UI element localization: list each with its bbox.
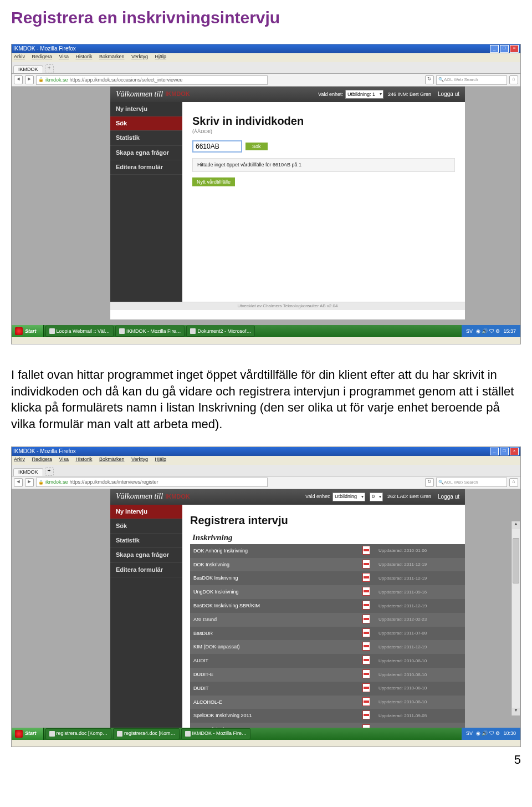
form-name[interactable]: KIM (DOK-anpassat) — [190, 640, 357, 654]
tab-ikmdok[interactable]: IKMDOK — [13, 468, 43, 476]
minimize-button[interactable]: _ — [490, 45, 499, 53]
sidebar-item-editera[interactable]: Editera formulär — [110, 160, 182, 175]
menubar[interactable]: Arkiv Redigera Visa Historik Bokmärken V… — [12, 456, 520, 465]
menu-arkiv[interactable]: Arkiv — [14, 54, 25, 59]
logout-link[interactable]: Logga ut — [438, 91, 459, 98]
form-row[interactable]: ASI GrundUppdaterad: 2012-02-23 — [190, 613, 465, 627]
scroll-down-icon[interactable]: ▼ — [512, 708, 520, 715]
menu-historik[interactable]: Historik — [75, 54, 92, 59]
scroll-up-icon[interactable]: ▲ — [512, 521, 520, 529]
taskbar-item[interactable]: registrera.doc [Komp… — [45, 728, 112, 739]
sidebar-item-ny-intervju[interactable]: Ny intervju — [110, 102, 182, 116]
pdf-icon[interactable] — [357, 558, 375, 572]
menu-historik[interactable]: Historik — [75, 456, 92, 462]
pdf-icon[interactable] — [357, 627, 375, 641]
maximize-button[interactable]: □ — [500, 45, 509, 53]
form-name[interactable]: DUDIT-E — [190, 668, 357, 682]
new-tab-button[interactable]: + — [45, 64, 54, 73]
menu-redigera[interactable]: Redigera — [32, 456, 53, 462]
taskbar-item[interactable]: Loopia Webmail :: Väl… — [45, 326, 114, 337]
reload-button[interactable]: ↻ — [425, 478, 434, 487]
new-tab-button[interactable]: + — [45, 467, 54, 476]
menu-hjalp[interactable]: Hjälp — [155, 456, 167, 462]
menu-redigera[interactable]: Redigera — [32, 54, 53, 59]
form-name[interactable]: DOK Inskrivning 2011 — [190, 723, 357, 728]
menu-bokmarken[interactable]: Bokmärken — [99, 54, 125, 59]
form-row[interactable]: BasDOK InskrivningUppdaterad: 2011-12-19 — [190, 571, 465, 585]
unit-select-b[interactable]: 0 — [370, 493, 383, 501]
form-name[interactable]: UngDOK Inskrivning — [190, 585, 357, 599]
form-name[interactable]: AUDIT — [190, 654, 357, 668]
pdf-icon[interactable] — [357, 668, 375, 682]
individkod-input[interactable] — [192, 140, 242, 153]
tab-ikmdok[interactable]: IKMDOK — [13, 65, 43, 73]
pdf-icon[interactable] — [357, 571, 375, 585]
pdf-icon[interactable] — [357, 544, 375, 558]
form-row[interactable]: DUDITUppdaterad: 2010-08-10 — [190, 682, 465, 696]
start-button[interactable]: Start — [12, 325, 44, 337]
sidebar-item-ny-intervju[interactable]: Ny intervju — [110, 505, 182, 519]
menu-hjalp[interactable]: Hjälp — [155, 54, 167, 59]
form-name[interactable]: SpelDOK Inskrivning 2011 — [190, 709, 357, 723]
form-row[interactable]: DOK Anhörig InskrivningUppdaterad: 2010-… — [190, 544, 465, 558]
pdf-icon[interactable] — [357, 709, 375, 723]
form-row[interactable]: BasDURUppdaterad: 2011-07-08 — [190, 627, 465, 641]
scroll-thumb[interactable] — [513, 538, 519, 583]
sidebar-item-skapa-fragor[interactable]: Skapa egna frågor — [110, 548, 182, 562]
home-button[interactable]: ⌂ — [509, 75, 518, 84]
maximize-button[interactable]: □ — [500, 448, 509, 455]
menu-visa[interactable]: Visa — [59, 456, 69, 462]
form-name[interactable]: DUDIT — [190, 682, 357, 696]
taskbar-item[interactable]: Dokument2 - Microsof… — [186, 326, 255, 337]
form-row[interactable]: KIM (DOK-anpassat)Uppdaterad: 2011-12-19 — [190, 640, 465, 654]
taskbar-item[interactable]: IKMDOK - Mozilla Fire… — [115, 326, 185, 337]
sidebar-item-statistik[interactable]: Statistik — [110, 534, 182, 548]
reload-button[interactable]: ↻ — [425, 75, 434, 84]
back-button[interactable]: ◄ — [14, 478, 23, 487]
form-name[interactable]: BasDOK Inskrivning SBR/KIM — [190, 599, 357, 613]
taskbar-item[interactable]: registrera4.doc [Kom… — [113, 728, 180, 739]
forward-button[interactable]: ► — [25, 478, 34, 487]
scrollbar[interactable]: ▲ ▼ — [511, 521, 520, 715]
logout-link[interactable]: Logga ut — [438, 494, 459, 500]
pdf-icon[interactable] — [357, 723, 375, 728]
sidebar-item-skapa-fragor[interactable]: Skapa egna frågor — [110, 146, 182, 160]
pdf-icon[interactable] — [357, 654, 375, 668]
form-row[interactable]: UngDOK InskrivningUppdaterad: 2011-09-16 — [190, 585, 465, 599]
close-button[interactable]: × — [510, 45, 519, 53]
browser-search[interactable]: 🔍 AOL Web Search — [436, 478, 507, 487]
sidebar-item-editera[interactable]: Editera formulär — [110, 563, 182, 577]
close-button[interactable]: × — [510, 448, 519, 455]
form-row[interactable]: DUDIT-EUppdaterad: 2010-08-10 — [190, 668, 465, 682]
form-row[interactable]: BasDOK Inskrivning SBR/KIMUppdaterad: 20… — [190, 599, 465, 613]
form-row[interactable]: SpelDOK Inskrivning 2011Uppdaterad: 2011… — [190, 709, 465, 723]
browser-search[interactable]: 🔍 AOL Web Search — [436, 75, 507, 85]
form-row[interactable]: DOK InskrivningUppdaterad: 2011-12-19 — [190, 558, 465, 572]
menubar[interactable]: Arkiv Redigera Visa Historik Bokmärken V… — [12, 53, 520, 62]
pdf-icon[interactable] — [357, 599, 375, 613]
forward-button[interactable]: ► — [25, 75, 34, 84]
back-button[interactable]: ◄ — [14, 75, 23, 84]
menu-visa[interactable]: Visa — [59, 54, 69, 59]
form-name[interactable]: BasDOK Inskrivning — [190, 571, 357, 585]
url-field[interactable]: 🔒 ikmdok.se https://app.ikmdok.se/occasi… — [36, 75, 268, 85]
pdf-icon[interactable] — [357, 682, 375, 696]
form-name[interactable]: DOK Inskrivning — [190, 558, 357, 572]
form-row[interactable]: AUDITUppdaterad: 2010-08-10 — [190, 654, 465, 668]
unit-select[interactable]: Utbildning: 1 — [345, 90, 383, 99]
sidebar-item-statistik[interactable]: Statistik — [110, 131, 182, 145]
menu-bokmarken[interactable]: Bokmärken — [99, 456, 125, 462]
sidebar-item-sok[interactable]: Sök — [110, 116, 182, 131]
menu-verktyg[interactable]: Verktyg — [131, 54, 148, 59]
pdf-icon[interactable] — [357, 613, 375, 627]
form-name[interactable]: ASI Grund — [190, 613, 357, 627]
sok-button[interactable]: Sök — [245, 143, 268, 150]
form-name[interactable]: ALCOHOL-E — [190, 696, 357, 709]
pdf-icon[interactable] — [357, 585, 375, 599]
form-name[interactable]: BasDUR — [190, 627, 357, 641]
form-name[interactable]: DOK Anhörig Inskrivning — [190, 544, 357, 558]
home-button[interactable]: ⌂ — [509, 478, 518, 487]
unit-select-a[interactable]: Utbildning — [332, 493, 365, 501]
form-row[interactable]: ALCOHOL-EUppdaterad: 2010-08-10 — [190, 696, 465, 709]
start-button[interactable]: Start — [12, 728, 44, 740]
